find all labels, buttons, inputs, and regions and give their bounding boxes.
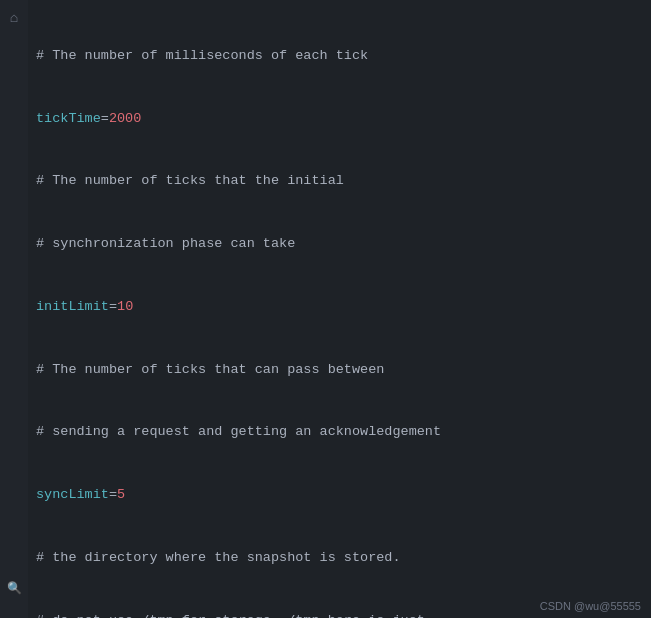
line-4: # synchronization phase can take <box>36 234 643 255</box>
line-7: # sending a request and getting an ackno… <box>36 422 643 443</box>
line-8: syncLimit=5 <box>36 485 643 506</box>
search-icon[interactable]: 🔍 <box>4 578 24 598</box>
watermark: CSDN @wu@55555 <box>540 600 641 612</box>
editor-content: # The number of milliseconds of each tic… <box>28 0 651 618</box>
line-5: initLimit=10 <box>36 297 643 318</box>
line-3: # The number of ticks that the initial <box>36 171 643 192</box>
home-icon[interactable]: ⌂ <box>4 8 24 28</box>
sidebar: ⌂ 🔍 <box>0 0 28 618</box>
line-1: # The number of milliseconds of each tic… <box>36 46 643 67</box>
line-2: tickTime=2000 <box>36 109 643 130</box>
line-9: # the directory where the snapshot is st… <box>36 548 643 569</box>
code-block: # The number of milliseconds of each tic… <box>36 4 643 618</box>
line-6: # The number of ticks that can pass betw… <box>36 360 643 381</box>
